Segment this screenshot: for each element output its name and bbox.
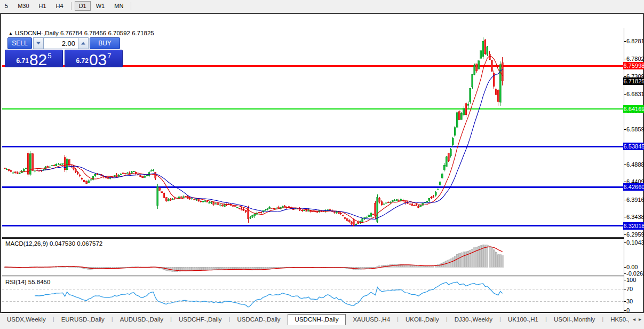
candle-body bbox=[379, 198, 380, 202]
chart-tab-usdcad-daily[interactable]: USDCAD-,Daily bbox=[230, 314, 287, 324]
price-chart-canvas[interactable] bbox=[2, 28, 624, 312]
macd-histogram-bar bbox=[489, 246, 490, 267]
chart-tab-uk100-h1[interactable]: UK100-,H1 bbox=[501, 314, 545, 324]
rsi-indicator-label: RSI(14) 55.8450 bbox=[5, 279, 50, 285]
buy-price-main: 03 bbox=[89, 52, 107, 67]
macd-histogram-bar bbox=[454, 256, 456, 267]
macd-histogram-bar bbox=[484, 245, 486, 267]
candle-body bbox=[476, 64, 478, 71]
timeframe-button-mn[interactable]: MN bbox=[110, 1, 128, 11]
candle-body bbox=[204, 201, 206, 201]
candle-body bbox=[51, 166, 53, 166]
macd-axis-label: 0.104313 bbox=[626, 239, 644, 246]
candle-body bbox=[4, 168, 5, 169]
macd-main-line bbox=[5, 245, 503, 271]
chart-tab-xauusd-h4[interactable]: XAUUSD-,H4 bbox=[346, 314, 397, 324]
candle-body bbox=[140, 176, 141, 177]
candle-body bbox=[23, 169, 25, 171]
candle-body bbox=[150, 171, 152, 171]
candle-body bbox=[329, 209, 331, 210]
timeframe-button-5[interactable]: 5 bbox=[1, 1, 12, 11]
candle-body bbox=[433, 197, 434, 197]
candle-body bbox=[301, 210, 303, 211]
macd-histogram-bar bbox=[499, 255, 501, 267]
candle-body bbox=[236, 207, 238, 208]
candle-body bbox=[450, 150, 451, 156]
sell-button[interactable]: SELL bbox=[7, 37, 32, 49]
candle-body bbox=[58, 164, 59, 164]
candle-body bbox=[250, 217, 251, 218]
candle-body bbox=[182, 197, 184, 198]
candle-body bbox=[17, 173, 18, 174]
pane-divider bbox=[2, 277, 624, 277]
sell-price-display[interactable]: 6.71 82 5 bbox=[5, 50, 63, 67]
candle-body bbox=[418, 206, 419, 207]
candle-body bbox=[424, 202, 426, 202]
candle-body bbox=[161, 192, 163, 193]
candle-body bbox=[12, 173, 14, 173]
candle-body bbox=[267, 209, 268, 210]
chart-tab-usdchf-daily[interactable]: USDCHF-,Daily bbox=[172, 314, 229, 324]
chart-tab-usoil-monthly[interactable]: USOil-,Monthly bbox=[547, 314, 602, 324]
candle-body bbox=[372, 214, 374, 214]
rsi-axis-label: 30 bbox=[626, 298, 644, 304]
price-axis-label: 6.82810 bbox=[626, 38, 644, 44]
price-axis-label: 6.48880 bbox=[626, 161, 644, 168]
macd-histogram-bar bbox=[460, 253, 462, 267]
candle-body bbox=[252, 216, 253, 217]
chart-tab-usdcnh-daily[interactable]: USDCNH-,Daily bbox=[288, 314, 346, 325]
tab-scroll-left-icon[interactable]: ◂ bbox=[633, 316, 635, 322]
timeframe-button-h4[interactable]: H4 bbox=[52, 1, 68, 11]
price-axis[interactable]: 6.828106.780256.730956.683106.635256.585… bbox=[624, 27, 644, 315]
buy-price-display[interactable]: 6.72 03 7 bbox=[65, 50, 123, 67]
tab-scroll-right-icon[interactable]: ▸ bbox=[639, 316, 641, 322]
candle-body bbox=[159, 188, 161, 191]
candle-body bbox=[452, 138, 454, 145]
candle-body bbox=[232, 206, 234, 206]
candle-body bbox=[265, 210, 266, 210]
macd-axis-label: -0.026245 bbox=[626, 270, 644, 277]
candle-body bbox=[446, 157, 447, 166]
lot-increase-button[interactable] bbox=[78, 37, 89, 49]
buy-price-pip: 7 bbox=[107, 52, 111, 60]
candle-body bbox=[342, 215, 344, 216]
timeframe-button-h1[interactable]: H1 bbox=[35, 1, 51, 11]
candle-body bbox=[435, 192, 436, 195]
candle-body bbox=[172, 199, 173, 199]
candle-body bbox=[480, 51, 482, 58]
macd-histogram-bar bbox=[196, 267, 197, 270]
candle-body bbox=[470, 88, 471, 101]
timeframe-button-d1[interactable]: D1 bbox=[75, 1, 91, 11]
macd-histogram-bar bbox=[258, 267, 260, 270]
macd-histogram-bar bbox=[409, 265, 411, 267]
timeframe-button-w1[interactable]: W1 bbox=[92, 1, 109, 11]
collapse-panel-icon[interactable]: ▲ bbox=[9, 31, 13, 36]
level-price-badge: 6.42660 bbox=[623, 183, 644, 191]
chart-tab-usdx-weekly[interactable]: USDX,Weekly bbox=[0, 314, 53, 324]
candle-body bbox=[120, 174, 122, 175]
candle-body bbox=[495, 89, 497, 95]
candle-body bbox=[295, 209, 296, 209]
lot-size-input[interactable] bbox=[44, 37, 78, 49]
candle-body bbox=[116, 175, 117, 176]
candle-body bbox=[241, 209, 242, 210]
chart-tab-ukoil-daily[interactable]: UKOil-,Daily bbox=[399, 314, 446, 324]
candle-body bbox=[32, 154, 34, 171]
macd-histogram-bar bbox=[219, 267, 221, 270]
chart-tab-eurusd-daily[interactable]: EURUSD-,Daily bbox=[54, 314, 112, 324]
macd-histogram-bar bbox=[194, 267, 195, 270]
axis-tick bbox=[624, 289, 626, 289]
timeframe-button-m30[interactable]: M30 bbox=[13, 1, 33, 11]
candle-body bbox=[213, 202, 214, 204]
price-axis-label: 6.68310 bbox=[626, 91, 644, 97]
macd-histogram-bar bbox=[187, 267, 188, 271]
candle-body bbox=[487, 47, 488, 54]
candle-body bbox=[383, 204, 385, 205]
lot-decrease-button[interactable] bbox=[33, 37, 44, 49]
buy-button[interactable]: BUY bbox=[90, 37, 120, 49]
macd-histogram-bar bbox=[189, 267, 190, 271]
chart-tab-audusd-daily[interactable]: AUDUSD-,Daily bbox=[113, 314, 170, 324]
macd-indicator-label: MACD(12,26,9) 0.047530 0.067572 bbox=[5, 240, 102, 247]
chart-tab-dj30-weekly[interactable]: DJ30-,Weekly bbox=[448, 314, 499, 324]
candle-body bbox=[312, 211, 314, 212]
